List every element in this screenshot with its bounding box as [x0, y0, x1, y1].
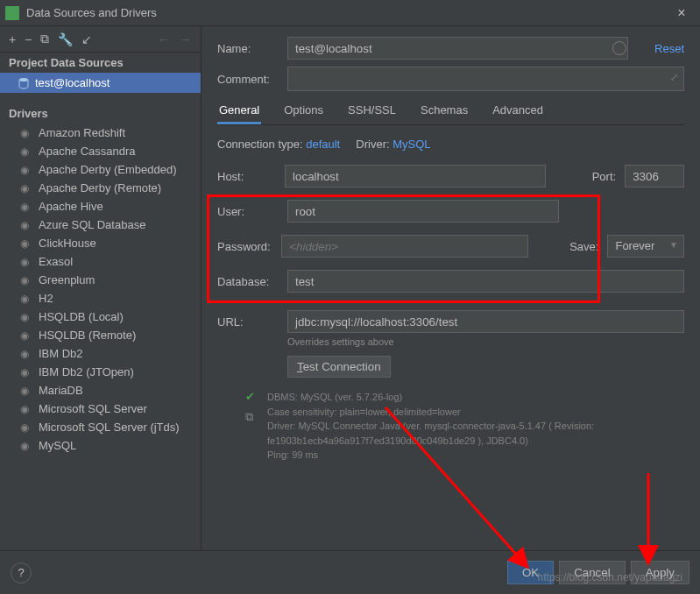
- ok-button[interactable]: OK: [507, 561, 554, 584]
- project-sources-header: Project Data Sources: [0, 53, 201, 73]
- driver-label: Driver:: [356, 138, 389, 151]
- success-icon: ✔: [245, 390, 255, 403]
- driver-item[interactable]: ◉IBM Db2 (JTOpen): [0, 363, 201, 381]
- driver-label: Azure SQL Database: [39, 218, 145, 231]
- forward-icon: →: [179, 32, 192, 46]
- sidebar: + − ⧉ 🔧 ↙ ← → Project Data Sources test@…: [0, 26, 202, 550]
- name-label: Name:: [217, 42, 279, 55]
- close-icon[interactable]: ×: [668, 5, 695, 21]
- driver-item[interactable]: ◉MySQL: [0, 436, 201, 455]
- driver-item[interactable]: ◉Amazon Redshift: [0, 124, 201, 142]
- user-input[interactable]: [287, 200, 559, 223]
- datasource-item[interactable]: test@localhost: [0, 73, 201, 93]
- url-input[interactable]: [287, 310, 684, 333]
- cancel-button[interactable]: Cancel: [559, 561, 626, 584]
- driver-icon: ◉: [18, 127, 32, 139]
- driver-label: MariaDB: [39, 384, 83, 397]
- driver-item[interactable]: ◉Apache Hive: [0, 197, 201, 216]
- driver-item[interactable]: ◉HSQLDB (Local): [0, 308, 201, 326]
- copy-result-icon[interactable]: ⧉: [245, 410, 255, 424]
- driver-item[interactable]: ◉Azure SQL Database: [0, 216, 201, 234]
- driver-item[interactable]: ◉ClickHouse: [0, 234, 201, 252]
- driver-label: ClickHouse: [39, 237, 96, 250]
- driver-icon: ◉: [18, 256, 32, 268]
- driver-item[interactable]: ◉Apache Derby (Embedded): [0, 160, 201, 179]
- driver-icon: ◉: [18, 311, 32, 323]
- clear-name-icon[interactable]: [612, 41, 626, 55]
- test-result-text: DBMS: MySQL (ver. 5.7.26-log) Case sensi…: [267, 390, 661, 463]
- url-label: URL:: [217, 315, 279, 329]
- driver-label: Exasol: [39, 255, 73, 268]
- app-icon: [5, 6, 19, 20]
- apply-button[interactable]: Apply: [631, 561, 689, 584]
- driver-label: HSQLDB (Remote): [39, 329, 136, 342]
- driver-label: Apache Derby (Remote): [39, 181, 161, 194]
- driver-icon: ◉: [18, 348, 32, 360]
- driver-label: Apache Cassandra: [39, 145, 136, 158]
- copy-icon[interactable]: ⧉: [40, 32, 49, 46]
- host-input[interactable]: [285, 165, 546, 187]
- comment-label: Comment:: [217, 73, 279, 86]
- user-label: User:: [217, 205, 279, 218]
- driver-item[interactable]: ◉HSQLDB (Remote): [0, 326, 201, 344]
- drivers-header: Drivers: [0, 103, 201, 124]
- make-global-icon[interactable]: ↙: [81, 32, 92, 46]
- driver-icon: ◉: [18, 164, 32, 176]
- driver-item[interactable]: ◉Exasol: [0, 252, 201, 271]
- window-title: Data Sources and Drivers: [26, 6, 668, 19]
- driver-label: IBM Db2 (JTOpen): [39, 365, 134, 378]
- window-titlebar: Data Sources and Drivers ×: [0, 0, 700, 26]
- driver-item[interactable]: ◉Greenplum: [0, 271, 201, 289]
- name-input[interactable]: [287, 37, 628, 60]
- driver-icon: ◉: [18, 421, 32, 434]
- database-input[interactable]: [287, 270, 684, 293]
- bottom-bar: ? OK Cancel Apply https://blog.csdn.net/…: [0, 550, 700, 594]
- save-select[interactable]: Forever ▼: [607, 235, 684, 258]
- content-pane: Name: Reset Comment: ⤢ GeneralOptionsSSH…: [202, 26, 700, 550]
- password-input[interactable]: [281, 235, 528, 258]
- remove-icon[interactable]: −: [25, 32, 32, 46]
- driver-item[interactable]: ◉MariaDB: [0, 381, 201, 400]
- svg-point-0: [19, 78, 28, 81]
- save-label: Save:: [569, 240, 598, 253]
- comment-input[interactable]: ⤢: [287, 67, 684, 91]
- reset-link[interactable]: Reset: [654, 42, 684, 55]
- port-label: Port:: [592, 170, 616, 183]
- driver-item[interactable]: ◉Microsoft SQL Server (jTds): [0, 418, 201, 436]
- save-value: Forever: [615, 239, 654, 252]
- driver-icon: ◉: [18, 366, 32, 378]
- driver-item[interactable]: ◉Microsoft SQL Server: [0, 400, 201, 418]
- driver-value[interactable]: MySQL: [392, 138, 430, 151]
- tabs: GeneralOptionsSSH/SSLSchemasAdvanced: [217, 98, 684, 125]
- driver-item[interactable]: ◉Apache Cassandra: [0, 142, 201, 160]
- tab-advanced[interactable]: Advanced: [491, 98, 545, 124]
- driver-label: HSQLDB (Local): [39, 310, 124, 323]
- driver-label: Greenplum: [39, 273, 95, 286]
- tab-sshssl[interactable]: SSH/SSL: [346, 98, 398, 124]
- driver-icon: ◉: [18, 145, 32, 158]
- driver-icon: ◉: [18, 219, 32, 231]
- datasource-label: test@localhost: [35, 76, 110, 89]
- tab-options[interactable]: Options: [282, 98, 325, 124]
- driver-item[interactable]: ◉H2: [0, 289, 201, 308]
- driver-item[interactable]: ◉IBM Db2: [0, 344, 201, 363]
- expand-icon[interactable]: ⤢: [670, 72, 678, 83]
- test-connection-button[interactable]: Test Connection: [287, 356, 391, 378]
- driver-label: H2: [39, 292, 53, 305]
- add-icon[interactable]: +: [9, 32, 16, 46]
- datasource-icon: [18, 77, 30, 89]
- conn-type-value[interactable]: default: [306, 138, 340, 151]
- tab-schemas[interactable]: Schemas: [419, 98, 470, 124]
- driver-icon: ◉: [18, 201, 32, 213]
- wrench-icon[interactable]: 🔧: [58, 32, 73, 46]
- database-label: Database:: [217, 275, 279, 288]
- port-input[interactable]: [625, 165, 684, 187]
- driver-label: Microsoft SQL Server (jTds): [39, 421, 180, 434]
- driver-icon: ◉: [18, 274, 32, 286]
- driver-label: MySQL: [39, 439, 76, 452]
- driver-label: Apache Derby (Embedded): [39, 163, 177, 176]
- help-button[interactable]: ?: [11, 562, 32, 583]
- driver-item[interactable]: ◉Apache Derby (Remote): [0, 179, 201, 197]
- host-label: Host:: [217, 170, 276, 183]
- tab-general[interactable]: General: [217, 98, 261, 124]
